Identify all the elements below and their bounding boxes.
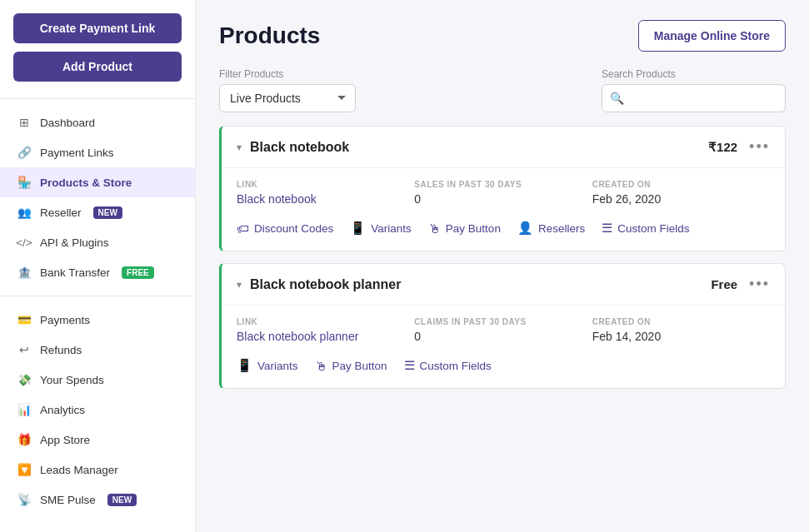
action-btn-variants-1[interactable]: 📱Variants <box>237 355 298 376</box>
fields-icon-0: ☰ <box>602 221 612 236</box>
products-list: ▾Black notebook₹122•••LINKBlack notebook… <box>219 126 786 389</box>
sidebar-item-label-api-plugins: API & Plugins <box>40 236 109 249</box>
action-btn-discount-codes-0[interactable]: 🏷Discount Codes <box>237 217 333 239</box>
product-header-left-0: ▾Black notebook <box>237 140 349 155</box>
action-btn-resellers-0[interactable]: 👤Resellers <box>517 217 585 239</box>
product-sales-label-1: CLAIMS IN PAST 30 DAYS <box>414 317 592 326</box>
product-info-sales-col-0: SALES IN PAST 30 DAYS0 <box>414 180 592 206</box>
search-label: Search Products <box>602 68 786 80</box>
product-price-1: Free <box>711 277 737 291</box>
action-label-custom-fields-1: Custom Fields <box>420 360 492 372</box>
variants-icon-0: 📱 <box>350 221 366 236</box>
action-btn-custom-fields-1[interactable]: ☰Custom Fields <box>404 355 492 376</box>
main-content: Products Manage Online Store Filter Prod… <box>196 0 809 532</box>
badge-bank-transfer: FREE <box>122 266 154 279</box>
page-header: Products Manage Online Store <box>219 20 786 52</box>
action-label-pay-button-1: Pay Button <box>332 360 387 372</box>
sidebar-item-payments[interactable]: 💳Payments <box>0 305 195 335</box>
sidebar: Create Payment Link Add Product ⊞Dashboa… <box>0 0 196 532</box>
sidebar-item-refunds[interactable]: ↩Refunds <box>0 335 195 365</box>
sidebar-item-label-products-store: Products & Store <box>40 177 132 189</box>
product-info-created-col-0: CREATED ONFeb 26, 2020 <box>592 180 770 206</box>
filter-group: Filter Products Live ProductsAll Product… <box>219 68 356 112</box>
sidebar-divider-middle <box>0 296 195 296</box>
reseller-icon: 👥 <box>17 205 32 220</box>
sidebar-item-app-store[interactable]: 🎁App Store <box>0 425 195 455</box>
action-btn-custom-fields-0[interactable]: ☰Custom Fields <box>602 217 689 239</box>
cursor-icon-1: 🖱 <box>315 359 327 373</box>
create-payment-link-button[interactable]: Create Payment Link <box>13 13 182 43</box>
pulse-icon: 📡 <box>17 492 32 507</box>
product-header-right-0: ₹122••• <box>708 138 770 156</box>
sidebar-item-analytics[interactable]: 📊Analytics <box>0 395 195 425</box>
filter-row: Filter Products Live ProductsAll Product… <box>219 68 786 112</box>
product-created-value-0: Feb 26, 2020 <box>592 192 770 206</box>
product-header-1[interactable]: ▾Black notebook plannerFree••• <box>222 264 785 305</box>
resellers-icon-0: 👤 <box>517 221 533 236</box>
action-btn-pay-button-0[interactable]: 🖱Pay Button <box>428 217 501 239</box>
store-icon: 🏪 <box>17 175 32 190</box>
sidebar-item-reseller[interactable]: 👥ResellerNEW <box>0 197 195 227</box>
product-details-0: LINKBlack notebookSALES IN PAST 30 DAYS0… <box>222 167 785 251</box>
filter-select[interactable]: Live ProductsAll ProductsArchived Produc… <box>219 84 356 112</box>
product-name-0: Black notebook <box>250 140 349 155</box>
product-card-0: ▾Black notebook₹122•••LINKBlack notebook… <box>219 126 786 251</box>
product-menu-dots-0[interactable]: ••• <box>749 138 770 156</box>
product-info-created-col-1: CREATED ONFeb 14, 2020 <box>592 317 770 343</box>
product-actions-0: 🏷Discount Codes📱Variants🖱Pay Button👤Rese… <box>237 217 770 239</box>
sidebar-item-payment-links[interactable]: 🔗Payment Links <box>0 137 195 167</box>
sidebar-item-api-plugins[interactable]: </>API & Plugins <box>0 227 195 257</box>
product-header-right-1: Free••• <box>711 276 770 293</box>
spends-icon: 💸 <box>17 372 32 387</box>
badge-sme-pulse: NEW <box>107 494 137 506</box>
sidebar-divider-top <box>0 98 195 99</box>
product-created-label-0: CREATED ON <box>592 180 770 189</box>
product-price-0: ₹122 <box>708 140 737 155</box>
product-info-row-1: LINKBlack notebook plannerCLAIMS IN PAST… <box>237 317 770 343</box>
action-label-custom-fields-0: Custom Fields <box>617 222 689 235</box>
add-product-button[interactable]: Add Product <box>13 52 182 82</box>
leads-icon: 🔽 <box>17 462 32 477</box>
appstore-icon: 🎁 <box>17 432 32 447</box>
analytics-icon: 📊 <box>17 402 32 417</box>
product-info-link-col-0: LINKBlack notebook <box>237 180 414 206</box>
product-actions-1: 📱Variants🖱Pay Button☰Custom Fields <box>237 355 770 376</box>
search-input[interactable] <box>602 84 786 112</box>
sidebar-item-label-payments: Payments <box>40 314 90 326</box>
variants-icon-1: 📱 <box>237 358 252 373</box>
product-link-label-1: LINK <box>237 317 414 326</box>
manage-online-store-button[interactable]: Manage Online Store <box>638 20 786 52</box>
action-label-discount-codes-0: Discount Codes <box>254 222 333 235</box>
product-info-link-col-1: LINKBlack notebook planner <box>237 317 414 343</box>
fields-icon-1: ☰ <box>404 358 415 373</box>
search-group: Search Products 🔍 <box>602 68 786 112</box>
sidebar-item-leads-manager[interactable]: 🔽Leads Manager <box>0 455 195 485</box>
sidebar-item-label-leads-manager: Leads Manager <box>40 464 118 476</box>
bank-icon: 🏦 <box>17 265 32 280</box>
sidebar-item-label-bank-transfer: Bank Transfer <box>40 266 110 279</box>
product-info-row-0: LINKBlack notebookSALES IN PAST 30 DAYS0… <box>237 180 770 206</box>
product-details-1: LINKBlack notebook plannerCLAIMS IN PAST… <box>222 305 785 388</box>
sidebar-item-products-store[interactable]: 🏪Products & Store <box>0 167 195 197</box>
action-label-variants-1: Variants <box>257 360 298 372</box>
product-menu-dots-1[interactable]: ••• <box>749 276 770 293</box>
sidebar-item-sme-pulse[interactable]: 📡SME PulseNEW <box>0 485 195 515</box>
sidebar-item-your-spends[interactable]: 💸Your Spends <box>0 365 195 395</box>
product-created-label-1: CREATED ON <box>592 317 770 326</box>
product-sales-label-0: SALES IN PAST 30 DAYS <box>414 180 592 189</box>
sidebar-item-dashboard[interactable]: ⊞Dashboard <box>0 107 195 137</box>
sidebar-item-label-dashboard: Dashboard <box>40 117 95 129</box>
sidebar-item-bank-transfer[interactable]: 🏦Bank TransferFREE <box>0 257 195 287</box>
badge-reseller: NEW <box>93 206 122 219</box>
product-info-sales-col-1: CLAIMS IN PAST 30 DAYS0 <box>414 317 592 343</box>
product-name-1: Black notebook planner <box>250 277 401 292</box>
action-btn-variants-0[interactable]: 📱Variants <box>350 217 412 239</box>
action-btn-pay-button-1[interactable]: 🖱Pay Button <box>315 355 387 376</box>
sidebar-item-label-app-store: App Store <box>40 434 90 446</box>
product-card-1: ▾Black notebook plannerFree•••LINKBlack … <box>219 263 786 389</box>
collapse-chevron-1[interactable]: ▾ <box>237 279 242 291</box>
product-header-0[interactable]: ▾Black notebook₹122••• <box>222 127 785 167</box>
collapse-chevron-0[interactable]: ▾ <box>237 142 242 153</box>
search-icon: 🔍 <box>610 92 624 105</box>
product-link-label-0: LINK <box>237 180 414 189</box>
